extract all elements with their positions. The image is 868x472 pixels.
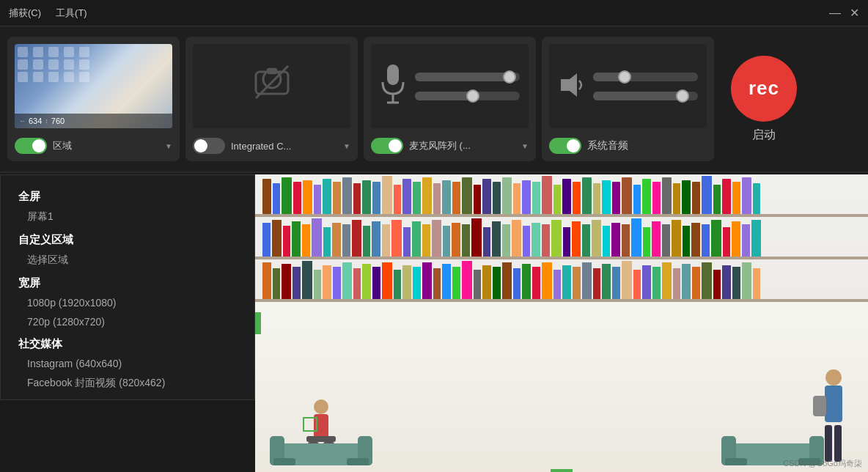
camera-toggle[interactable]: [193, 138, 225, 154]
menu-item-instagram[interactable]: Instagram (640x640): [1, 354, 254, 373]
camera-toggle-row: Integrated C... ▼: [193, 138, 350, 154]
mic-preview: [371, 44, 529, 128]
menu-section-widescreen-title: 宽屏: [1, 270, 254, 293]
camera-dropdown[interactable]: Integrated C... ▼: [231, 141, 350, 152]
svg-rect-17: [813, 396, 826, 416]
library-background: CSDN @GoGo玛奇柒: [255, 174, 868, 472]
svg-marker-7: [561, 73, 577, 97]
menu-item-screen1[interactable]: 屏幕1: [1, 207, 254, 227]
menu-tools[interactable]: 工具(T): [56, 7, 87, 20]
title-bar: 捕获(C) 工具(T) — ✕: [0, 0, 868, 26]
audio-label: 系统音频: [587, 139, 707, 152]
camera-dropdown-label: Integrated C...: [231, 141, 291, 152]
shelf-row-2: [255, 217, 868, 259]
mic-dropdown-label: 麦克风阵列 (...: [409, 139, 471, 152]
svg-rect-4: [387, 64, 399, 85]
screen-preview: ↔ 634 ↕ 760: [15, 44, 172, 128]
menu-item-select-area[interactable]: 选择区域: [1, 250, 254, 270]
screen-dropdown-arrow: ▼: [165, 142, 172, 150]
audio-preview: [549, 44, 707, 128]
camera-off-icon: [250, 60, 294, 113]
window-controls: — ✕: [829, 7, 859, 19]
screen-preview-content: ↔ 634 ↕ 760: [15, 44, 172, 128]
mic-toggle[interactable]: [371, 138, 403, 154]
bookshelves-container: [255, 174, 868, 472]
audio-slider-1[interactable]: [618, 70, 631, 84]
audio-card: 系统音频: [542, 37, 714, 161]
width-value: 634: [29, 117, 42, 125]
svg-point-8: [314, 399, 328, 414]
floor-area: [255, 302, 868, 472]
level-bar-1: [415, 73, 520, 81]
menu-section-social-title: 社交媒体: [1, 331, 254, 354]
minimize-button[interactable]: —: [829, 7, 841, 19]
svg-rect-21: [273, 458, 295, 465]
level-bars: [415, 73, 520, 100]
dropdown-menu: 全屏 屏幕1 自定义区域 选择区域 宽屏 1080p (1920x1080) 7…: [0, 174, 255, 400]
audio-slider-2[interactable]: [676, 89, 689, 103]
level-bar-2: [415, 92, 520, 100]
camera-dropdown-arrow: ▼: [343, 142, 350, 150]
bottom-edge-marker: [551, 469, 573, 472]
mic-icon: [380, 63, 406, 110]
screen-toggle-knob: [32, 139, 45, 152]
shelf-row-1: [255, 174, 868, 217]
left-edge-marker: [255, 312, 261, 334]
camera-preview: [193, 44, 350, 128]
screen-dropdown-label: 区域: [53, 139, 72, 152]
sofa-left: [270, 429, 372, 472]
menu-capture[interactable]: 捕获(C): [9, 7, 41, 20]
camera-card: Integrated C... ▼: [185, 37, 358, 161]
svg-point-13: [825, 369, 842, 386]
svg-rect-26: [725, 458, 747, 465]
audio-toggle[interactable]: [549, 138, 581, 154]
watermark: CSDN @GoGo玛奇柒: [783, 458, 862, 469]
mic-card: 麦克风阵列 (... ▼: [364, 37, 536, 161]
screen-toggle-row: 区域 ▼: [15, 138, 172, 154]
crosshair-box: [303, 417, 317, 432]
start-label: 启动: [752, 128, 776, 143]
rec-area: rec 启动: [720, 56, 808, 143]
toolbar: ↔ 634 ↕ 760 区域 ▼: [0, 26, 868, 173]
mic-dropdown[interactable]: 麦克风阵列 (... ▼: [409, 139, 529, 152]
menu-item-facebook[interactable]: Facebook 封面视频 (820x462): [1, 373, 254, 394]
level-slider-1[interactable]: [503, 70, 516, 84]
svg-rect-15: [825, 425, 832, 462]
audio-toggle-row: 系统音频: [549, 138, 707, 154]
audio-level-bar-1: [593, 73, 698, 81]
shelf-row-3: [255, 259, 868, 302]
audio-icon: [558, 70, 584, 103]
rec-button[interactable]: rec: [731, 56, 797, 122]
menu-bar: 捕获(C) 工具(T): [9, 7, 829, 20]
screen-toggle[interactable]: [15, 138, 47, 154]
svg-rect-16: [834, 425, 842, 462]
audio-toggle-knob: [567, 139, 580, 152]
menu-item-1080p[interactable]: 1080p (1920x1080): [1, 293, 254, 312]
desktop-icons: [18, 47, 92, 82]
mic-dropdown-arrow: ▼: [521, 142, 529, 150]
close-button[interactable]: ✕: [850, 7, 859, 19]
menu-section-fullscreen-title: 全屏: [1, 184, 254, 207]
svg-rect-22: [347, 458, 369, 465]
level-slider-2[interactable]: [466, 89, 479, 103]
screen-dropdown[interactable]: 区域 ▼: [53, 139, 172, 152]
menu-section-custom-title: 自定义区域: [1, 227, 254, 250]
audio-level-bars: [593, 73, 698, 100]
height-value: 760: [51, 117, 65, 125]
audio-level-bar-2: [593, 92, 698, 100]
camera-toggle-knob: [194, 139, 207, 152]
svg-rect-14: [825, 386, 842, 422]
main-content: CSDN @GoGo玛奇柒: [255, 174, 868, 472]
mic-toggle-knob: [389, 139, 402, 152]
mic-toggle-row: 麦克风阵列 (... ▼: [371, 138, 529, 154]
menu-item-720p[interactable]: 720p (1280x720): [1, 312, 254, 331]
screen-capture-card: ↔ 634 ↕ 760 区域 ▼: [7, 37, 180, 161]
